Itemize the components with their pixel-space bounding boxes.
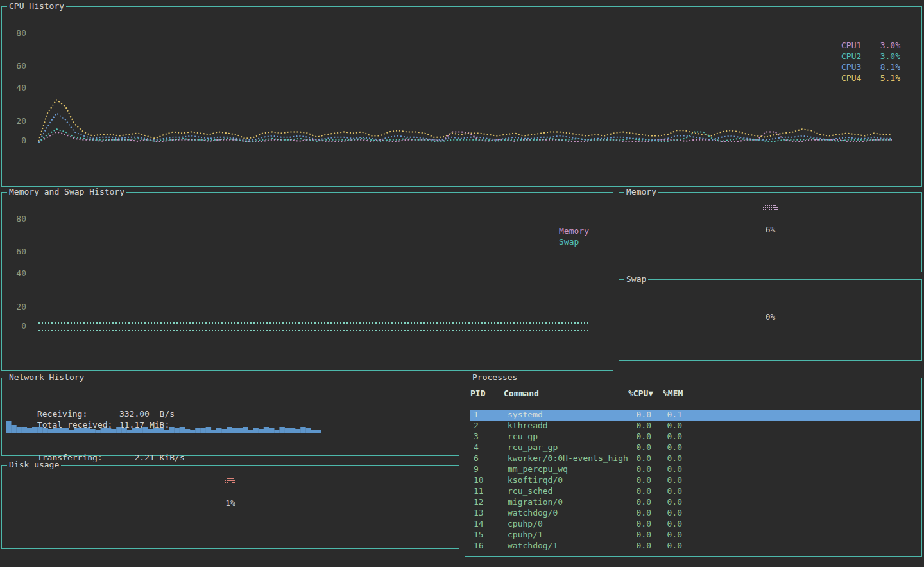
process-pid: 3 xyxy=(474,432,479,442)
column-header-command[interactable]: Command xyxy=(504,388,539,398)
process-command: kworker/0:0H-events_high xyxy=(508,453,628,464)
cpu2-value: 3.0% xyxy=(880,51,900,62)
processes-panel: Processes PID Command %CPU▼ %MEM 1system… xyxy=(465,378,922,557)
process-mem: 0.0 xyxy=(644,497,682,507)
process-pid: 13 xyxy=(474,508,484,518)
process-pid: 10 xyxy=(474,475,484,485)
process-pid: 6 xyxy=(474,453,479,464)
cpu3-value: 8.1% xyxy=(880,62,900,73)
process-mem: 0.0 xyxy=(644,508,682,518)
swap-panel-title: Swap xyxy=(624,274,648,284)
process-command: rcu_gp xyxy=(508,432,538,442)
process-command: kthreadd xyxy=(508,421,548,431)
process-pid: 14 xyxy=(474,519,484,529)
swap-percent: 0% xyxy=(619,312,921,322)
process-mem: 0.0 xyxy=(644,432,682,442)
process-pid: 15 xyxy=(474,530,484,540)
process-row[interactable]: 3rcu_gp0.00.0 xyxy=(470,432,920,442)
cpu3-legend-item: CPU3 8.1% xyxy=(841,62,900,73)
cpu-ytick-0: 0 xyxy=(6,136,26,145)
cpu-legend: CPU1 3.0% CPU2 3.0% CPU3 8.1% CPU4 5.1% xyxy=(841,40,900,83)
memory-percent: 6% xyxy=(619,225,921,234)
column-header-pid[interactable]: PID xyxy=(470,388,485,398)
process-row[interactable]: 12migration/00.00.0 xyxy=(470,497,920,508)
cpu-ytick-80: 80 xyxy=(6,29,26,38)
memory-legend-label: Memory xyxy=(559,225,589,236)
process-row[interactable]: 10ksoftirqd/00.00.0 xyxy=(470,475,920,486)
cpu1-legend-item: CPU1 3.0% xyxy=(841,40,900,51)
transferring-value: 2.21 KiB/s xyxy=(119,453,185,462)
cpu-ytick-40: 40 xyxy=(6,83,26,92)
cpu4-value: 5.1% xyxy=(880,73,900,83)
system-monitor-screen: CPU History 80 60 40 20 0 CPU1 3.0% CPU2… xyxy=(0,0,924,567)
cpu1-label: CPU1 xyxy=(841,40,861,51)
memory-gauge-icon xyxy=(619,204,921,210)
network-history-panel: Network History Receiving:332.00 B/s Tot… xyxy=(1,378,459,456)
process-command: cpuhp/0 xyxy=(508,519,543,529)
process-command: watchdog/1 xyxy=(508,541,558,551)
swap-panel: Swap 0% xyxy=(619,279,922,361)
process-command: migration/0 xyxy=(508,497,563,507)
process-mem: 0.0 xyxy=(644,464,682,475)
process-row[interactable]: 2kthreadd0.00.0 xyxy=(470,421,920,432)
cpu4-label: CPU4 xyxy=(841,73,861,83)
cpu-ytick-20: 20 xyxy=(6,117,26,126)
process-pid: 2 xyxy=(474,421,479,431)
cpu2-legend-item: CPU2 3.0% xyxy=(841,51,900,62)
process-mem: 0.0 xyxy=(644,541,682,551)
process-command: ksoftirqd/0 xyxy=(508,475,563,485)
process-pid: 16 xyxy=(474,541,484,551)
memswap-ytick-60: 60 xyxy=(6,247,26,256)
process-pid: 1 xyxy=(474,410,479,420)
process-mem: 0.0 xyxy=(644,442,682,453)
column-header-mem[interactable]: %MEM xyxy=(663,388,683,398)
process-row[interactable]: 9mm_percpu_wq0.00.0 xyxy=(470,464,920,475)
processes-title: Processes xyxy=(470,372,519,383)
memswap-ytick-80: 80 xyxy=(6,214,26,223)
memswap-ytick-0: 0 xyxy=(6,322,26,331)
processes-table-body: 1systemd0.00.12kthreadd0.00.03rcu_gp0.00… xyxy=(470,410,920,552)
process-command: mm_percpu_wq xyxy=(508,464,568,475)
process-command: rcu_sched xyxy=(508,486,552,496)
process-command: rcu_par_gp xyxy=(508,442,558,453)
column-header-cpu-sort-desc[interactable]: %CPU▼ xyxy=(628,388,653,398)
process-row[interactable]: 6kworker/0:0H-events_high0.00.0 xyxy=(470,453,920,464)
process-row[interactable]: 16watchdog/10.00.0 xyxy=(470,541,920,552)
cpu-history-chart xyxy=(37,7,893,186)
process-row[interactable]: 15cpuhp/10.00.0 xyxy=(470,530,920,541)
cpu4-legend-item: CPU4 5.1% xyxy=(841,73,900,83)
memswap-ytick-20: 20 xyxy=(6,302,26,311)
process-mem: 0.0 xyxy=(644,486,682,496)
cpu-history-panel: CPU History 80 60 40 20 0 CPU1 3.0% CPU2… xyxy=(1,6,922,187)
process-mem: 0.0 xyxy=(644,453,682,464)
memory-swap-history-panel: Memory and Swap History 80 60 40 20 0 Me… xyxy=(1,192,613,371)
process-mem: 0.0 xyxy=(644,475,682,485)
process-row[interactable]: 1systemd0.00.1 xyxy=(470,410,920,421)
network-history-title: Network History xyxy=(7,372,86,383)
memory-panel: Memory 6% xyxy=(619,192,922,272)
process-pid: 4 xyxy=(474,442,479,453)
cpu-ytick-60: 60 xyxy=(6,62,26,71)
disk-percent: 1% xyxy=(2,498,459,508)
process-command: watchdog/0 xyxy=(508,508,558,518)
process-row[interactable]: 4rcu_par_gp0.00.0 xyxy=(470,442,920,453)
process-mem: 0.0 xyxy=(644,421,682,431)
process-command: systemd xyxy=(508,410,543,420)
disk-usage-panel: Disk usage 1% xyxy=(1,465,459,549)
cpu3-label: CPU3 xyxy=(841,62,861,73)
cpu1-value: 3.0% xyxy=(880,40,900,51)
process-mem: 0.1 xyxy=(644,410,682,420)
disk-usage-title: Disk usage xyxy=(7,460,61,470)
process-pid: 9 xyxy=(474,464,479,475)
process-row[interactable]: 13watchdog/00.00.0 xyxy=(470,508,920,519)
process-pid: 12 xyxy=(474,497,484,507)
process-row[interactable]: 11rcu_sched0.00.0 xyxy=(470,486,920,497)
process-row[interactable]: 14cpuhp/00.00.0 xyxy=(470,519,920,530)
process-pid: 11 xyxy=(474,486,484,496)
memswap-ytick-40: 40 xyxy=(6,269,26,278)
process-mem: 0.0 xyxy=(644,519,682,529)
memory-panel-title: Memory xyxy=(624,187,658,197)
swap-legend-label: Swap xyxy=(559,236,589,247)
process-command: cpuhp/1 xyxy=(508,530,543,540)
disk-gauge-icon xyxy=(2,477,459,483)
